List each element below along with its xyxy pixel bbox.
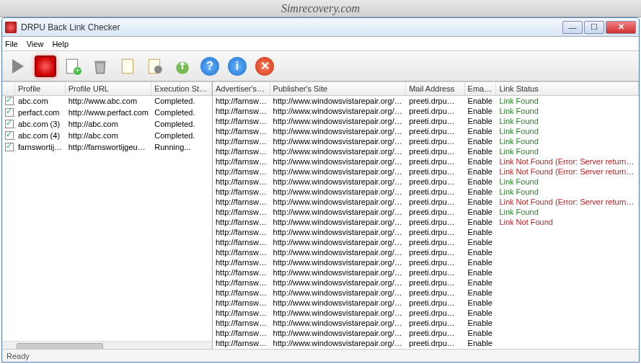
result-row[interactable]: http://farnswortijgeueo... http://www.wi… xyxy=(213,338,639,348)
result-row[interactable]: http://farnswortijgeueo... http://www.wi… xyxy=(213,237,639,247)
advertiser-site: http://farnswortijgeueo... xyxy=(213,96,270,106)
result-row[interactable]: http://farnswortijgeueo... http://www.wi… xyxy=(213,288,639,298)
profile-row[interactable]: abc.com (3) http://abc.com Completed. xyxy=(2,119,212,130)
result-row[interactable]: http://farnswortijgeueo... http://www.wi… xyxy=(213,298,639,308)
mail-address: preeti.drpu@gmail... xyxy=(406,308,464,318)
trash-icon xyxy=(91,57,110,76)
advertiser-site: http://farnswortijgeueo... xyxy=(213,338,270,348)
mail-address: preeti.drpu@gmail... xyxy=(406,217,464,227)
play-button[interactable] xyxy=(6,55,30,78)
toolbar: + ? i ✕ xyxy=(2,51,639,81)
result-row[interactable]: http://farnswortijgeueo... http://www.wi… xyxy=(213,257,639,267)
execution-status: Completed. xyxy=(151,107,212,119)
result-row[interactable]: http://farnswortijgeueo... http://www.wi… xyxy=(213,328,639,338)
email-notification: Enable xyxy=(465,96,497,106)
mail-address: preeti.drpu@gmail... xyxy=(406,156,464,167)
col-header[interactable]: Mail Address xyxy=(406,82,464,95)
publisher-site: http://www.windowsvistarepair.org/neha/n… xyxy=(270,177,407,187)
result-row[interactable]: http://farnswortijgeueo... http://www.wi… xyxy=(213,146,639,156)
profile-row[interactable]: abc.com http://www.abc.com Completed. xyxy=(2,96,212,107)
publisher-site: http://www.windowsvistarepair.org/neha/n… xyxy=(270,308,407,318)
link-status: Link Found xyxy=(496,126,639,136)
publisher-site: http://www.windowsvistarepair.org/neha/n… xyxy=(270,217,407,227)
publisher-site: http://www.windowsvistarepair.org/neha/n… xyxy=(270,338,407,348)
cancel-button[interactable]: ✕ xyxy=(253,55,276,78)
result-row[interactable]: http://farnswortijgeueo... http://www.wi… xyxy=(213,116,639,126)
mail-address: preeti.drpu@gmail... xyxy=(406,146,464,156)
h-scrollbar[interactable] xyxy=(2,341,212,349)
result-row[interactable]: http://farnswortijgeueo... http://www.wi… xyxy=(213,177,639,187)
col-header[interactable]: Link Status xyxy=(496,82,639,95)
info-button[interactable]: i xyxy=(226,55,249,78)
close-button[interactable]: ✕ xyxy=(606,21,636,34)
result-row[interactable]: http://farnswortijgeueo... http://www.wi… xyxy=(213,267,639,278)
menu-file[interactable]: File xyxy=(5,40,18,48)
profile-checkbox[interactable] xyxy=(5,143,14,151)
email-notification: Enable xyxy=(465,288,497,298)
stop-button[interactable] xyxy=(34,55,57,78)
col-header[interactable]: Advertiser's Site xyxy=(213,82,270,95)
profile-checkbox[interactable] xyxy=(5,120,14,128)
profiles-header: ProfileProfile URLExecution Status xyxy=(2,82,212,96)
link-status: Link Found xyxy=(496,136,639,146)
advertiser-site: http://farnswortijgeueo... xyxy=(213,257,270,267)
result-row[interactable]: http://farnswortijgeueo... http://www.wi… xyxy=(213,167,639,177)
col-header[interactable]: Execution Status xyxy=(151,82,212,95)
app-title: DRPU Back Link Checker xyxy=(21,22,562,32)
result-row[interactable]: http://farnswortijgeueo... http://www.wi… xyxy=(213,197,639,207)
menu-view[interactable]: View xyxy=(27,40,44,48)
profile-checkbox[interactable] xyxy=(5,131,14,140)
results-pane[interactable]: Advertiser's SitePublisher's SiteMail Ad… xyxy=(213,82,639,349)
page-gear-icon xyxy=(146,57,164,76)
result-row[interactable]: http://farnswortijgeueo... http://www.wi… xyxy=(213,308,639,318)
publisher-site: http://www.windowsvistarepair.org/neha/n… xyxy=(270,328,407,338)
result-row[interactable]: http://farnswortijgeueo... http://www.wi… xyxy=(213,96,639,106)
profile-row[interactable]: perfact.com http://www.perfact.com Compl… xyxy=(2,107,212,119)
mail-address: preeti.drpu@gmail... xyxy=(406,298,464,308)
export-button[interactable] xyxy=(171,55,194,78)
result-row[interactable]: http://farnswortijgeueo... http://www.wi… xyxy=(213,278,639,288)
mail-address: preeti.drpu@gmail... xyxy=(406,126,464,136)
col-header[interactable]: Profile URL xyxy=(66,82,152,95)
col-header[interactable]: Publisher's Site xyxy=(270,82,407,95)
new-profile-button[interactable]: + xyxy=(61,55,84,78)
mail-address: preeti.drpu@gmail... xyxy=(406,167,464,177)
result-row[interactable]: http://farnswortijgeueo... http://www.wi… xyxy=(213,348,639,349)
menu-help[interactable]: Help xyxy=(52,40,68,48)
result-row[interactable]: http://farnswortijgeueo... http://www.wi… xyxy=(213,207,639,217)
link-status xyxy=(496,278,639,288)
delete-button[interactable] xyxy=(89,55,112,78)
result-row[interactable]: http://farnswortijgeueo... http://www.wi… xyxy=(213,318,639,328)
email-notification: Enable xyxy=(465,308,497,318)
minimize-button[interactable]: — xyxy=(562,21,583,34)
result-row[interactable]: http://farnswortijgeueo... http://www.wi… xyxy=(213,227,639,237)
publisher-site: http://www.windowsvistarepair.org/neha/n… xyxy=(270,116,407,126)
result-row[interactable]: http://farnswortijgeueo... http://www.wi… xyxy=(213,217,639,227)
profile-checkbox[interactable] xyxy=(5,97,14,105)
result-row[interactable]: http://farnswortijgeueo... http://www.wi… xyxy=(213,156,639,167)
link-status: Link Not Found xyxy=(496,217,639,227)
result-row[interactable]: http://farnswortijgeueo... http://www.wi… xyxy=(213,247,639,257)
mail-address: preeti.drpu@gmail... xyxy=(406,247,464,257)
titlebar[interactable]: DRPU Back Link Checker — ☐ ✕ xyxy=(2,18,639,37)
result-row[interactable]: http://farnswortijgeueo... http://www.wi… xyxy=(213,187,639,197)
result-row[interactable]: http://farnswortijgeueo... http://www.wi… xyxy=(213,106,639,116)
help-button[interactable]: ? xyxy=(198,55,221,78)
stop-icon xyxy=(35,56,56,77)
result-row[interactable]: http://farnswortijgeueo... http://www.wi… xyxy=(213,136,639,146)
col-header[interactable]: Email Noti... xyxy=(465,82,497,95)
col-header[interactable]: Profile xyxy=(15,82,66,95)
profile-row[interactable]: farnswortijgeueo... http://farnswortijge… xyxy=(2,142,212,154)
profile-checkbox[interactable] xyxy=(5,108,14,117)
profile-row[interactable]: abc.com (4) http://abc.com Completed. xyxy=(2,130,212,142)
publisher-site: http://www.windowsvistarepair.org/neha/n… xyxy=(270,227,407,237)
mail-address: preeti.drpu@gmail... xyxy=(406,106,464,116)
col-header[interactable] xyxy=(2,82,15,95)
profile-name: abc.com (3) xyxy=(15,119,66,130)
result-row[interactable]: http://farnswortijgeueo... http://www.wi… xyxy=(213,126,639,136)
settings-button[interactable] xyxy=(143,55,167,78)
mail-address: preeti.drpu@gmail... xyxy=(406,288,464,298)
maximize-button[interactable]: ☐ xyxy=(584,21,604,34)
profiles-pane[interactable]: ProfileProfile URLExecution Status abc.c… xyxy=(2,82,213,349)
edit-button[interactable] xyxy=(116,55,139,78)
